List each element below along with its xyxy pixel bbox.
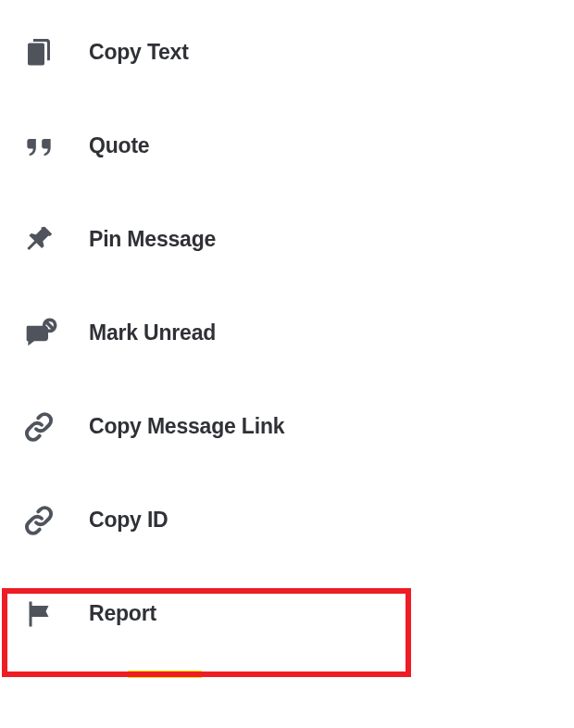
menu-item-mark-unread[interactable]: Mark Unread xyxy=(0,286,574,380)
link-icon xyxy=(19,500,59,541)
menu-item-copy-message-link[interactable]: Copy Message Link xyxy=(0,380,574,473)
menu-item-label: Quote xyxy=(89,133,149,158)
flag-icon xyxy=(19,594,59,634)
menu-item-label: Pin Message xyxy=(89,227,216,252)
copy-text-icon xyxy=(19,32,59,73)
menu-item-label: Report xyxy=(89,601,156,626)
menu-item-copy-id[interactable]: Copy ID xyxy=(0,473,574,567)
link-icon xyxy=(19,407,59,447)
svg-rect-0 xyxy=(28,43,44,65)
menu-item-label: Copy Message Link xyxy=(89,414,284,439)
mark-unread-icon xyxy=(19,313,59,354)
menu-item-label: Copy Text xyxy=(89,40,189,65)
menu-item-copy-text[interactable]: Copy Text xyxy=(0,6,574,99)
highlight-underline xyxy=(128,671,202,678)
menu-item-report[interactable]: Report xyxy=(0,567,574,660)
menu-item-pin-message[interactable]: Pin Message xyxy=(0,193,574,286)
pin-icon xyxy=(19,220,59,260)
quote-icon xyxy=(19,126,59,167)
menu-item-label: Mark Unread xyxy=(89,320,216,345)
menu-item-label: Copy ID xyxy=(89,508,168,533)
menu-item-quote[interactable]: Quote xyxy=(0,99,574,193)
context-menu: Copy Text Quote Pin Message Mark Unread xyxy=(0,0,574,660)
